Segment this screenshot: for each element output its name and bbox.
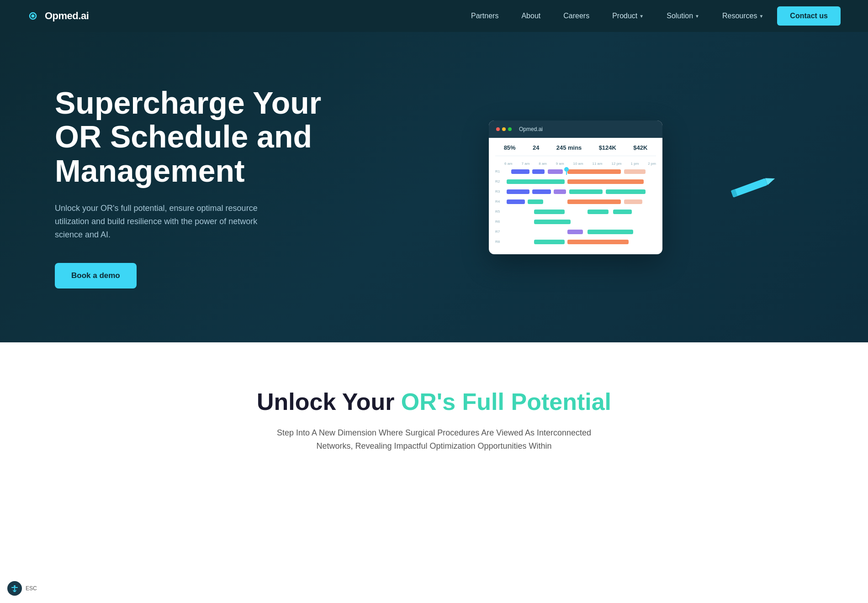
second-section-title: Unlock Your OR's Full Potential (55, 388, 813, 415)
hero-section: Supercharge Your OR Schedule and Managem… (0, 32, 868, 342)
gantt-track-8 (503, 239, 656, 245)
dashboard-body: 85% 24 245 mins $124K $42K (489, 138, 662, 254)
time-2pm: 2 pm (648, 162, 656, 166)
nav-link-solution[interactable]: Solution ▼ (657, 8, 709, 24)
time-8am: 8 am (539, 162, 547, 166)
row-label-4: R4 (495, 199, 503, 204)
close-dot (496, 127, 500, 131)
solution-chevron-icon: ▼ (695, 14, 699, 19)
accessibility-badge: ESC (7, 581, 37, 596)
esc-label: ESC (26, 585, 37, 592)
accessibility-icon[interactable] (7, 581, 22, 596)
row-label-5: R5 (495, 210, 503, 214)
time-7am: 7 am (522, 162, 530, 166)
row-label-7: R7 (495, 230, 503, 234)
stats-row: 85% 24 245 mins $124K $42K (495, 144, 656, 156)
nav-link-resources[interactable]: Resources ▼ (713, 8, 773, 24)
navbar: Opmed.ai Partners About Careers Product … (0, 0, 868, 32)
svg-point-6 (14, 585, 16, 587)
nav-link-about[interactable]: About (512, 8, 550, 24)
gantt-track-4 (503, 199, 656, 205)
hero-subtitle: Unlock your OR's full potential, ensure … (55, 202, 283, 241)
stat-5: $42K (633, 144, 647, 151)
nav-link-partners[interactable]: Partners (462, 8, 508, 24)
gantt-row-5: R5 (495, 208, 656, 216)
row-label-1: R1 (495, 169, 503, 173)
nav-link-product[interactable]: Product ▼ (603, 8, 653, 24)
gantt-chart: 6 am 7 am 8 am 9 am 10 am 11 am 12 pm 1 … (495, 162, 656, 246)
gantt-track-5 (503, 209, 656, 215)
window-controls (496, 127, 512, 131)
dashboard-brand: Opmed.ai (519, 126, 543, 132)
stat-value-4: $124K (599, 144, 616, 151)
row-label-6: R6 (495, 220, 503, 224)
hero-content: Supercharge Your OR Schedule and Managem… (55, 86, 338, 289)
stat-value-3: 245 mins (556, 144, 582, 151)
logo-text: Opmed.ai (45, 10, 89, 22)
resources-chevron-icon: ▼ (759, 14, 763, 19)
hero-title: Supercharge Your OR Schedule and Managem… (55, 86, 338, 188)
product-chevron-icon: ▼ (639, 14, 644, 19)
time-6am: 6 am (504, 162, 513, 166)
dashboard-card: Opmed.ai 85% 24 245 mins $124K (489, 121, 662, 254)
stat-3: 245 mins (556, 144, 582, 151)
gantt-track-3 (503, 189, 656, 195)
expand-dot (508, 127, 512, 131)
stat-1: 85% (504, 144, 516, 151)
stat-value-1: 85% (504, 144, 516, 151)
gantt-row-7: R7 (495, 228, 656, 236)
gantt-track-2 (503, 178, 656, 185)
time-1pm: 1 pm (631, 162, 639, 166)
second-section: Unlock Your OR's Full Potential Step Int… (0, 342, 868, 489)
nav-links: Partners About Careers Product ▼ Solutio… (462, 6, 841, 26)
second-section-subtitle: Step Into A New Dimension Where Surgical… (274, 426, 594, 453)
stat-value-5: $42K (633, 144, 647, 151)
logo[interactable]: Opmed.ai (27, 9, 89, 23)
gantt-row-6: R6 (495, 218, 656, 226)
gantt-row-2: R2 (495, 178, 656, 186)
stat-4: $124K (599, 144, 616, 151)
time-10am: 10 am (573, 162, 583, 166)
stat-2: 24 (533, 144, 539, 151)
gantt-track-1 (503, 168, 656, 175)
time-11am: 11 am (592, 162, 602, 166)
contact-us-button[interactable]: Contact us (777, 6, 841, 26)
stat-value-2: 24 (533, 144, 539, 151)
time-12pm: 12 pm (612, 162, 622, 166)
nav-link-careers[interactable]: Careers (554, 8, 598, 24)
svg-point-2 (32, 15, 35, 18)
gantt-row-3: R3 (495, 188, 656, 196)
hero-visual: Opmed.ai 85% 24 245 mins $124K (338, 121, 813, 254)
dashboard-header: Opmed.ai (489, 121, 662, 138)
book-demo-button[interactable]: Book a demo (55, 263, 137, 288)
gantt-track-6 (503, 219, 656, 225)
gantt-track-7 (503, 229, 656, 235)
row-label-3: R3 (495, 189, 503, 194)
minimize-dot (502, 127, 506, 131)
logo-icon (27, 9, 42, 23)
pencil-decoration (730, 173, 778, 202)
row-label-2: R2 (495, 179, 503, 184)
time-9am: 9 am (556, 162, 564, 166)
gantt-row-8: R8 (495, 238, 656, 246)
row-label-8: R8 (495, 240, 503, 244)
time-axis: 6 am 7 am 8 am 9 am 10 am 11 am 12 pm 1 … (495, 162, 656, 166)
gantt-row-1: R1 (495, 168, 656, 176)
gantt-row-4: R4 (495, 198, 656, 206)
